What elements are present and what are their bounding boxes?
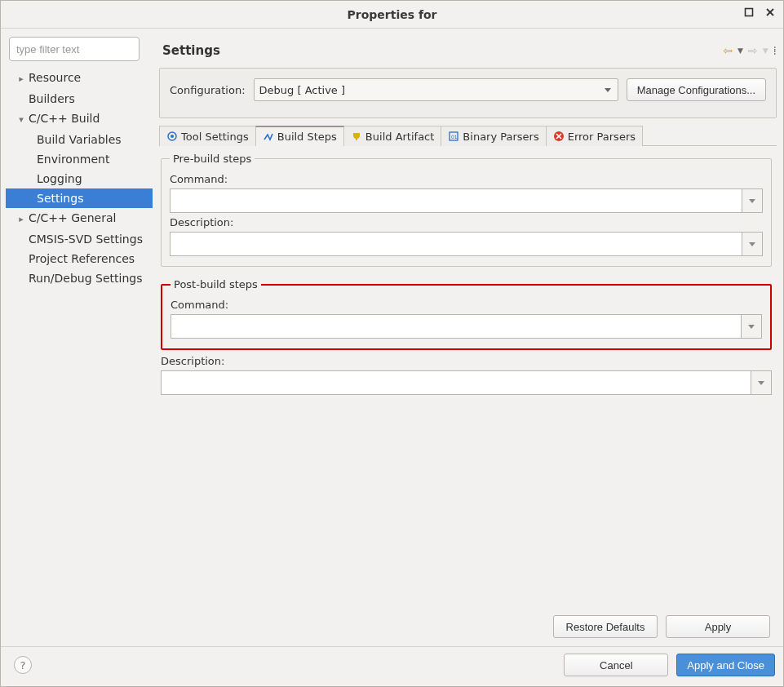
post-build-command-combo <box>171 314 762 339</box>
page-header: Settings ⇦ ▼ ⇨ ▼ ⁞ <box>159 33 778 68</box>
cancel-button[interactable]: Cancel <box>564 654 668 676</box>
dialog-footer: ? Cancel Apply and Close <box>1 646 783 686</box>
expand-icon[interactable]: ▸ <box>17 211 25 228</box>
configuration-select[interactable]: Debug [ Active ] <box>254 78 618 101</box>
properties-dialog: Properties for ▸Resource Builders ▾C/C++… <box>0 0 784 687</box>
pre-build-legend: Pre-build steps <box>170 153 255 165</box>
tree-item-builders[interactable]: Builders <box>6 89 153 109</box>
manage-configurations-button[interactable]: Manage Configurations... <box>627 78 766 101</box>
post-build-desc-combo <box>161 370 772 395</box>
svg-text:01: 01 <box>451 134 458 140</box>
tab-error-parsers[interactable]: Error Parsers <box>546 126 643 146</box>
configuration-label: Configuration: <box>170 84 246 96</box>
view-menu-icon[interactable]: ⁞ <box>773 44 775 57</box>
post-build-legend: Post-build steps <box>171 278 261 290</box>
tree-item-projrefs[interactable]: Project References <box>6 249 153 268</box>
sidebar: ▸Resource Builders ▾C/C++ Build Build Va… <box>6 33 153 646</box>
tree-item-environment[interactable]: Environment <box>6 149 153 169</box>
forward-menu-icon: ▼ <box>763 47 768 55</box>
content-area: ▸Resource Builders ▾C/C++ Build Build Va… <box>1 29 783 646</box>
main-panel: Settings ⇦ ▼ ⇨ ▼ ⁞ Configuration: Debug … <box>159 33 778 646</box>
tab-build-artifact[interactable]: Build Artifact <box>343 126 442 146</box>
tree-item-settings[interactable]: Settings <box>6 188 153 208</box>
tree-item-cmsis[interactable]: CMSIS-SVD Settings <box>6 229 153 249</box>
post-build-group: Post-build steps Command: <box>161 278 772 350</box>
tab-binary-parsers[interactable]: 01 Binary Parsers <box>441 126 546 146</box>
tree-item-logging[interactable]: Logging <box>6 169 153 188</box>
pre-build-command-label: Command: <box>170 173 763 185</box>
post-build-desc-input[interactable] <box>161 370 751 395</box>
pre-build-desc-combo <box>170 232 763 256</box>
tree-item-ccgeneral[interactable]: ▸C/C++ General <box>6 208 153 229</box>
svg-point-4 <box>171 135 174 138</box>
tab-build-steps[interactable]: Build Steps <box>255 126 344 146</box>
settings-footer: Restore Defaults Apply <box>159 609 778 646</box>
pre-build-desc-label: Description: <box>170 216 763 228</box>
pre-build-command-input[interactable] <box>170 188 742 213</box>
post-build-desc-label: Description: <box>161 355 772 367</box>
dropdown-icon[interactable] <box>742 188 763 213</box>
tab-tool-settings[interactable]: Tool Settings <box>159 126 256 146</box>
configuration-panel: Configuration: Debug [ Active ] Manage C… <box>159 68 777 118</box>
titlebar: Properties for <box>1 1 783 29</box>
forward-icon[interactable]: ⇨ <box>748 44 758 57</box>
tabbar: Tool Settings Build Steps Build Artifact <box>159 125 777 146</box>
pre-build-desc-input[interactable] <box>170 232 742 256</box>
svg-rect-0 <box>746 9 753 16</box>
back-icon[interactable]: ⇦ <box>723 44 733 57</box>
tool-icon <box>166 131 178 142</box>
page-title: Settings <box>162 43 220 58</box>
window-controls <box>744 7 775 17</box>
dialog-title: Properties for <box>347 8 436 21</box>
close-icon[interactable] <box>765 7 775 17</box>
help-icon[interactable]: ? <box>14 656 32 674</box>
tree-item-rundebug[interactable]: Run/Debug Settings <box>6 268 153 288</box>
category-tree[interactable]: ▸Resource Builders ▾C/C++ Build Build Va… <box>6 64 153 646</box>
expand-icon[interactable]: ▸ <box>17 70 25 88</box>
dropdown-icon[interactable] <box>742 232 763 256</box>
restore-defaults-button[interactable]: Restore Defaults <box>553 615 658 638</box>
pre-build-group: Pre-build steps Command: Description: <box>161 153 772 267</box>
post-build-command-input[interactable] <box>171 314 741 339</box>
tree-item-ccbuild[interactable]: ▾C/C++ Build <box>6 109 153 130</box>
binary-icon: 01 <box>448 131 459 142</box>
dropdown-icon[interactable] <box>741 314 762 339</box>
header-toolbar: ⇦ ▼ ⇨ ▼ ⁞ <box>723 44 775 57</box>
trophy-icon <box>351 131 362 142</box>
back-menu-icon[interactable]: ▼ <box>737 47 743 55</box>
steps-icon <box>263 131 274 143</box>
tree-item-build-variables[interactable]: Build Variables <box>6 130 153 149</box>
configuration-value: Debug [ Active ] <box>259 84 346 96</box>
error-icon <box>553 131 565 142</box>
maximize-icon[interactable] <box>744 7 754 17</box>
dropdown-icon[interactable] <box>751 370 772 395</box>
collapse-icon[interactable]: ▾ <box>17 111 25 129</box>
apply-and-close-button[interactable]: Apply and Close <box>676 654 775 676</box>
pre-build-command-combo <box>170 188 763 213</box>
post-build-command-label: Command: <box>171 299 762 311</box>
filter-input[interactable] <box>9 37 140 61</box>
apply-button[interactable]: Apply <box>666 615 770 638</box>
tab-content: Pre-build steps Command: Description: Po… <box>159 146 778 609</box>
tree-item-resource[interactable]: ▸Resource <box>6 68 153 89</box>
